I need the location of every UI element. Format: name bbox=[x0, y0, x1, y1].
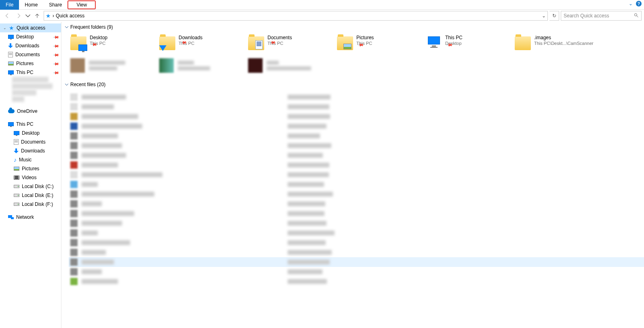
file-location-redacted bbox=[288, 143, 331, 148]
tab-file[interactable]: File bbox=[0, 0, 19, 10]
sidebar-network[interactable]: Network bbox=[0, 213, 61, 222]
file-name-redacted bbox=[82, 240, 130, 245]
file-location-redacted bbox=[288, 153, 323, 158]
recent-file-row[interactable] bbox=[69, 112, 644, 121]
tab-view[interactable]: View bbox=[67, 0, 96, 9]
search-icon[interactable] bbox=[634, 13, 639, 19]
folder-this-pc[interactable]: This PCDesktop📌 bbox=[424, 33, 513, 53]
sidebar-quick-access[interactable]: ⌄ ★ Quick access bbox=[0, 23, 61, 32]
sidebar-tp-desktop[interactable]: Desktop bbox=[0, 129, 61, 138]
refresh-button[interactable]: ↻ bbox=[549, 11, 559, 21]
frequent-folders-grid: DesktopThis PC📌 DownloadsThis PC📌 Docume… bbox=[69, 33, 644, 53]
recent-file-row[interactable] bbox=[69, 218, 644, 228]
file-location-redacted bbox=[288, 279, 327, 284]
sidebar-this-pc-pinned[interactable]: This PC📌 bbox=[0, 68, 61, 77]
folder-icon bbox=[159, 36, 175, 50]
folder-name: Pictures bbox=[356, 35, 374, 40]
folder-redacted[interactable] bbox=[158, 57, 246, 74]
ribbon-tabs: File Home Share View ⌄ ? bbox=[0, 0, 644, 10]
sidebar-item-redacted[interactable] bbox=[12, 83, 53, 89]
sidebar-tp-music[interactable]: ♪Music bbox=[0, 155, 61, 164]
file-name-redacted bbox=[82, 221, 122, 226]
breadcrumb-location[interactable]: Quick access bbox=[56, 13, 84, 19]
search-input[interactable] bbox=[564, 13, 639, 19]
sidebar-label: Videos bbox=[22, 175, 36, 180]
recent-file-row[interactable] bbox=[69, 150, 644, 160]
folder-pictures[interactable]: PicturesThis PC📌 bbox=[335, 33, 424, 53]
recent-file-row[interactable] bbox=[69, 209, 644, 218]
section-recent-files[interactable]: Recent files (20) bbox=[65, 82, 644, 87]
recent-file-row[interactable] bbox=[69, 92, 644, 102]
sidebar-onedrive[interactable]: OneDrive bbox=[0, 107, 61, 116]
back-button[interactable] bbox=[2, 11, 12, 21]
download-icon bbox=[8, 43, 13, 48]
document-icon bbox=[8, 52, 13, 57]
sidebar-label: OneDrive bbox=[17, 108, 38, 114]
chevron-down-icon bbox=[65, 25, 69, 29]
folder-redacted[interactable] bbox=[69, 57, 158, 74]
recent-file-row[interactable] bbox=[69, 257, 644, 267]
recent-file-row[interactable] bbox=[69, 248, 644, 257]
document-icon bbox=[14, 139, 19, 145]
pin-icon: 📌 bbox=[53, 60, 59, 67]
sidebar-disk-e[interactable]: Local Disk (E:) bbox=[0, 191, 61, 200]
sidebar-tp-downloads[interactable]: Downloads bbox=[0, 146, 61, 155]
sidebar-downloads[interactable]: Downloads📌 bbox=[0, 41, 61, 50]
sidebar-tp-documents[interactable]: Documents bbox=[0, 138, 61, 146]
folder-name: Desktop bbox=[90, 35, 107, 40]
sidebar-item-redacted[interactable] bbox=[12, 90, 36, 95]
recent-file-row[interactable] bbox=[69, 267, 644, 277]
folder-images[interactable]: .imagesThis PC\Deskt...\CamScanner bbox=[513, 33, 602, 53]
sidebar-this-pc[interactable]: This PC bbox=[0, 120, 61, 129]
sidebar-pictures[interactable]: Pictures📌 bbox=[0, 59, 61, 68]
recent-file-row[interactable] bbox=[69, 277, 644, 286]
recent-file-row[interactable] bbox=[69, 170, 644, 180]
sidebar-documents[interactable]: Documents📌 bbox=[0, 50, 61, 59]
recent-file-row[interactable] bbox=[69, 238, 644, 248]
recent-file-row[interactable] bbox=[69, 228, 644, 238]
folder-downloads[interactable]: DownloadsThis PC📌 bbox=[158, 33, 246, 53]
recent-file-row[interactable] bbox=[69, 141, 644, 150]
folder-redacted[interactable] bbox=[246, 57, 335, 74]
search-box[interactable] bbox=[561, 11, 642, 21]
picture-icon bbox=[8, 61, 14, 66]
folder-documents[interactable]: DocumentsThis PC📌 bbox=[246, 33, 335, 53]
sidebar-tp-pictures[interactable]: Pictures bbox=[0, 164, 61, 173]
recent-file-row[interactable] bbox=[69, 102, 644, 112]
recent-file-row[interactable] bbox=[69, 189, 644, 199]
sidebar-desktop[interactable]: Desktop📌 bbox=[0, 32, 61, 41]
file-icon bbox=[70, 142, 78, 149]
folder-desktop[interactable]: DesktopThis PC📌 bbox=[69, 33, 158, 53]
recent-file-row[interactable] bbox=[69, 160, 644, 170]
tab-share[interactable]: Share bbox=[43, 0, 67, 10]
help-icon[interactable]: ? bbox=[636, 1, 642, 6]
recent-locations-button[interactable] bbox=[25, 11, 31, 21]
file-icon bbox=[70, 113, 78, 120]
address-dropdown-icon[interactable]: ⌄ bbox=[542, 13, 546, 19]
content-pane: Frequent folders (9) DesktopThis PC📌 Dow… bbox=[61, 22, 644, 328]
sidebar-disk-c[interactable]: Local Disk (C:) bbox=[0, 182, 61, 191]
file-icon bbox=[70, 161, 78, 169]
file-location-redacted bbox=[288, 104, 329, 109]
file-name-redacted bbox=[82, 133, 118, 138]
section-frequent-folders[interactable]: Frequent folders (9) bbox=[65, 24, 644, 30]
sidebar-item-redacted[interactable] bbox=[12, 77, 48, 83]
file-icon bbox=[70, 278, 78, 285]
sidebar-tp-videos[interactable]: Videos bbox=[0, 173, 61, 182]
recent-files-list bbox=[69, 92, 644, 286]
file-name-redacted bbox=[82, 201, 102, 206]
sidebar-disk-f[interactable]: Local Disk (F:) bbox=[0, 200, 61, 209]
file-location-redacted bbox=[288, 172, 329, 177]
ribbon-collapse-icon[interactable]: ⌄ bbox=[629, 1, 633, 6]
forward-button[interactable] bbox=[14, 11, 23, 21]
tab-home[interactable]: Home bbox=[19, 0, 43, 10]
recent-file-row[interactable] bbox=[69, 180, 644, 189]
sidebar-item-redacted[interactable] bbox=[12, 96, 24, 102]
file-location-redacted bbox=[288, 201, 325, 206]
recent-file-row[interactable] bbox=[69, 131, 644, 141]
file-location-redacted bbox=[288, 124, 326, 129]
recent-file-row[interactable] bbox=[69, 121, 644, 131]
up-button[interactable] bbox=[32, 11, 42, 21]
address-bar[interactable]: ★ › Quick access ⌄ bbox=[44, 11, 548, 21]
recent-file-row[interactable] bbox=[69, 199, 644, 209]
